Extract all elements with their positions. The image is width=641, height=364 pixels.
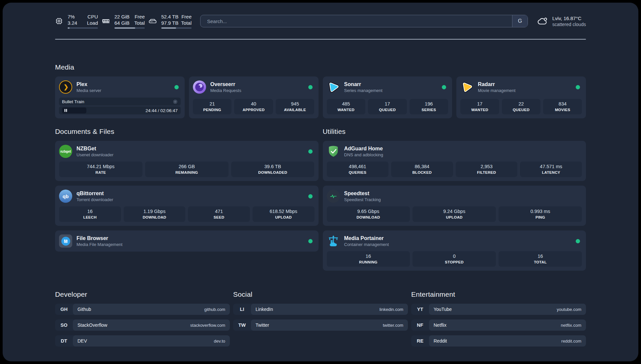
gear-icon[interactable] bbox=[173, 99, 178, 104]
stat-label: DOWNLOADED bbox=[258, 170, 287, 175]
bookmark-item[interactable]: DTDEVdev.to bbox=[55, 335, 230, 347]
service-card[interactable]: RadarrMovie management17WANTED22QUEUED83… bbox=[456, 76, 586, 118]
stat-tile: 0.993 msPING bbox=[499, 206, 582, 222]
bookmark-name: DEV bbox=[77, 338, 87, 344]
service-description: Torrent downloader bbox=[76, 197, 113, 202]
status-dot bbox=[576, 239, 580, 243]
stat-tile: 485WANTED bbox=[327, 99, 366, 114]
service-card[interactable]: nzbgetNZBGetUsenet downloader744.21 Mbps… bbox=[55, 141, 319, 181]
stat-tile: 834MOVIES bbox=[543, 99, 582, 114]
search-provider-button[interactable]: G bbox=[512, 15, 528, 27]
bookmark-abbr: YT bbox=[411, 304, 429, 315]
stat-value: 47.571 ms bbox=[540, 164, 562, 169]
service-name: Sonarr bbox=[344, 81, 382, 87]
resource-value: 64 GiB bbox=[114, 20, 130, 26]
bookmark-item[interactable]: YTYouTubeyoutube.com bbox=[411, 304, 586, 315]
now-playing-title: Bullet Train bbox=[62, 99, 84, 104]
stat-value: 21 bbox=[209, 101, 215, 107]
stat-value: 945 bbox=[291, 101, 299, 107]
resource-widget: 22 GiB64 GiBFreeTotal bbox=[102, 14, 145, 29]
bookmark-item[interactable]: SOStackOverflowstackoverflow.com bbox=[55, 319, 230, 331]
stat-value: 86,384 bbox=[415, 164, 429, 169]
bookmark-group: EntertainmentYTYouTubeyoutube.comNFNetfl… bbox=[411, 290, 586, 347]
section-title-utilities: Utilities bbox=[323, 128, 586, 136]
service-name: Speedtest bbox=[344, 190, 381, 197]
weather-location-temp: Lviv, 16.87°C bbox=[552, 15, 586, 21]
bookmark-item[interactable]: NFNetflixnetflix.com bbox=[411, 319, 586, 331]
service-name: Media Portainer bbox=[344, 235, 389, 241]
stat-label: RUNNING bbox=[359, 260, 378, 264]
resource-progressbar bbox=[114, 27, 145, 29]
playback-time: 24:44 / 02:06:47 bbox=[145, 108, 178, 113]
resource-label: Free bbox=[134, 14, 145, 20]
service-card[interactable]: SpeedtestSpeedtest Tracking9.65 GbpsDOWN… bbox=[323, 186, 586, 226]
service-card[interactable]: SonarrSeries management485WANTED17QUEUED… bbox=[323, 76, 452, 118]
sonarr-icon bbox=[327, 80, 340, 94]
stat-value: 834 bbox=[559, 101, 566, 107]
search-input[interactable] bbox=[200, 15, 512, 27]
stat-tile: 22QUEUED bbox=[502, 99, 541, 114]
plex-icon: ❯ bbox=[59, 80, 72, 94]
service-card[interactable]: ❯PlexMedia serverBullet Train24:44 / 02:… bbox=[55, 76, 185, 118]
resource-progressbar bbox=[68, 27, 98, 29]
stat-value: 17 bbox=[477, 101, 482, 107]
bookmark-item[interactable]: TWTwittertwitter.com bbox=[233, 319, 408, 331]
stat-tile: 40APPROVED bbox=[234, 99, 273, 114]
status-dot bbox=[308, 239, 313, 243]
utilities-column: Utilities AdGuard HomeDNS and adblocking… bbox=[323, 128, 586, 271]
resource-value: 97.9 TB bbox=[161, 20, 178, 26]
bookmark-name: Netflix bbox=[434, 322, 446, 328]
service-card[interactable]: qbqBittorrentTorrent downloader16LEECH1.… bbox=[55, 186, 319, 226]
bookmark-url: netflix.com bbox=[561, 323, 581, 328]
documents-column: Documents & Files nzbgetNZBGetUsenet dow… bbox=[55, 128, 319, 252]
bookmark-abbr: LI bbox=[233, 304, 251, 315]
stat-value: 39.6 TB bbox=[264, 164, 281, 169]
stat-label: PING bbox=[535, 215, 545, 220]
stat-tile: 471SEED bbox=[188, 206, 250, 222]
service-name: Overseerr bbox=[210, 81, 241, 87]
resource-value: 3.24 bbox=[68, 20, 77, 26]
search-bar: G bbox=[200, 15, 528, 27]
stat-label: PENDING bbox=[203, 108, 221, 112]
stat-tile: 945AVAILABLE bbox=[276, 99, 315, 114]
bookmark-item[interactable]: LILinkedInlinkedin.com bbox=[233, 304, 408, 315]
service-description: Media File Management bbox=[76, 242, 122, 247]
bookmark-abbr: SO bbox=[55, 319, 73, 331]
bookmark-item[interactable]: GHGithubgithub.com bbox=[55, 304, 230, 315]
resource-value: 22 GiB bbox=[114, 14, 130, 20]
weather-condition: scattered clouds bbox=[552, 21, 586, 27]
stat-tile: 9.65 GbpsDOWNLOAD bbox=[327, 206, 410, 222]
stat-label: QUEUED bbox=[513, 108, 530, 112]
service-description: Usenet downloader bbox=[76, 152, 113, 158]
stat-value: 618.52 Mbps bbox=[270, 209, 297, 214]
service-card[interactable]: OverseerrMedia Requests21PENDING40APPROV… bbox=[189, 76, 319, 118]
service-card[interactable]: Media PortainerContainer management16RUN… bbox=[323, 230, 586, 271]
stat-value: 266 GB bbox=[179, 164, 195, 169]
stat-label: FILTERED bbox=[477, 170, 496, 175]
disk-icon bbox=[149, 17, 157, 25]
stat-value: 16 bbox=[366, 254, 371, 259]
service-card[interactable]: File BrowserMedia File Management bbox=[55, 230, 319, 252]
bookmark-item[interactable]: RERedditreddit.com bbox=[411, 335, 586, 347]
weather-widget[interactable]: Lviv, 16.87°C scattered clouds bbox=[537, 15, 586, 27]
middle-columns: Documents & Files nzbgetNZBGetUsenet dow… bbox=[55, 128, 586, 271]
stat-label: APPROVED bbox=[243, 108, 265, 112]
qbittorrent-icon: qb bbox=[59, 190, 72, 203]
service-card[interactable]: AdGuard HomeDNS and adblocking498,461QUE… bbox=[323, 141, 586, 181]
bookmark-name: Github bbox=[77, 307, 91, 312]
stat-label: DOWNLOAD bbox=[143, 215, 166, 220]
bookmark-url: linkedin.com bbox=[380, 307, 403, 312]
media-cards: ❯PlexMedia serverBullet Train24:44 / 02:… bbox=[55, 76, 586, 118]
stat-tile: 266 GBREMAINING bbox=[145, 162, 229, 177]
stat-label: SEED bbox=[214, 215, 225, 220]
service-name: Radarr bbox=[478, 81, 515, 87]
status-dot bbox=[308, 194, 313, 198]
resource-widget: 52.4 TB97.9 TBFreeTotal bbox=[149, 14, 192, 29]
stat-value: 1.19 Gbps bbox=[143, 209, 166, 214]
service-description: Series management bbox=[344, 88, 382, 93]
pause-button[interactable] bbox=[62, 107, 86, 113]
section-title: Entertainment bbox=[411, 290, 586, 298]
resource-label: CPU bbox=[87, 14, 98, 20]
stat-value: 0.993 ms bbox=[531, 209, 550, 214]
stat-tile: 47.571 msLATENCY bbox=[520, 162, 582, 177]
